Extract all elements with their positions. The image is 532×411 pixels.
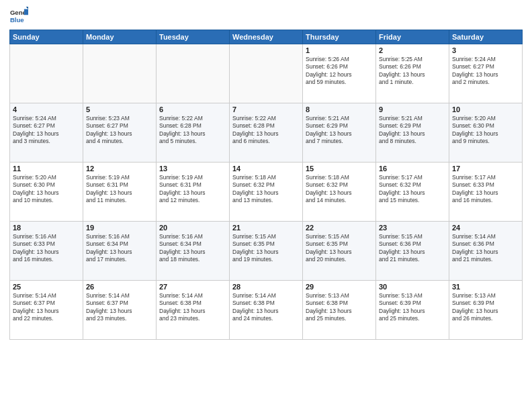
day-info: Sunrise: 5:15 AM Sunset: 6:35 PM Dayligh… xyxy=(306,233,373,264)
weekday-header-monday: Monday xyxy=(83,30,157,44)
day-number: 26 xyxy=(86,283,153,291)
calendar-week-4: 18Sunrise: 5:16 AM Sunset: 6:33 PM Dayli… xyxy=(10,222,523,281)
day-info: Sunrise: 5:21 AM Sunset: 6:29 PM Dayligh… xyxy=(379,115,446,146)
day-info: Sunrise: 5:14 AM Sunset: 6:36 PM Dayligh… xyxy=(452,233,519,264)
calendar-cell: 14Sunrise: 5:18 AM Sunset: 6:32 PM Dayli… xyxy=(230,163,303,222)
day-number: 27 xyxy=(159,283,226,291)
calendar-cell: 23Sunrise: 5:15 AM Sunset: 6:36 PM Dayli… xyxy=(376,222,449,281)
day-number: 5 xyxy=(86,105,153,113)
calendar-cell: 4Sunrise: 5:24 AM Sunset: 6:27 PM Daylig… xyxy=(10,103,83,163)
day-info: Sunrise: 5:13 AM Sunset: 6:38 PM Dayligh… xyxy=(306,292,373,323)
calendar-cell: 29Sunrise: 5:13 AM Sunset: 6:38 PM Dayli… xyxy=(303,281,376,340)
logo: General Blue xyxy=(9,7,28,26)
day-number: 28 xyxy=(232,283,300,291)
calendar-cell: 2Sunrise: 5:25 AM Sunset: 6:26 PM Daylig… xyxy=(376,44,449,103)
calendar-week-1: 1Sunrise: 5:26 AM Sunset: 6:26 PM Daylig… xyxy=(10,44,523,103)
day-number: 19 xyxy=(86,224,153,232)
weekday-header-tuesday: Tuesday xyxy=(157,30,230,44)
day-info: Sunrise: 5:18 AM Sunset: 6:32 PM Dayligh… xyxy=(306,174,373,205)
day-info: Sunrise: 5:18 AM Sunset: 6:32 PM Dayligh… xyxy=(232,174,300,205)
calendar-cell: 1Sunrise: 5:26 AM Sunset: 6:26 PM Daylig… xyxy=(303,44,376,103)
calendar-cell: 16Sunrise: 5:17 AM Sunset: 6:32 PM Dayli… xyxy=(376,163,449,222)
day-number: 7 xyxy=(232,105,300,113)
calendar-week-2: 4Sunrise: 5:24 AM Sunset: 6:27 PM Daylig… xyxy=(10,103,523,163)
calendar-cell: 17Sunrise: 5:17 AM Sunset: 6:33 PM Dayli… xyxy=(449,163,523,222)
day-number: 23 xyxy=(379,224,446,232)
calendar-cell xyxy=(83,44,157,103)
calendar-cell: 28Sunrise: 5:14 AM Sunset: 6:38 PM Dayli… xyxy=(230,281,303,340)
day-number: 21 xyxy=(232,224,300,232)
day-info: Sunrise: 5:15 AM Sunset: 6:36 PM Dayligh… xyxy=(379,233,446,264)
calendar-body: 1Sunrise: 5:26 AM Sunset: 6:26 PM Daylig… xyxy=(10,44,523,340)
day-info: Sunrise: 5:19 AM Sunset: 6:31 PM Dayligh… xyxy=(159,174,226,205)
weekday-header-sunday: Sunday xyxy=(10,30,83,44)
day-info: Sunrise: 5:13 AM Sunset: 6:39 PM Dayligh… xyxy=(452,292,519,323)
calendar-cell: 13Sunrise: 5:19 AM Sunset: 6:31 PM Dayli… xyxy=(157,163,230,222)
day-number: 24 xyxy=(452,224,519,232)
calendar-cell: 11Sunrise: 5:20 AM Sunset: 6:30 PM Dayli… xyxy=(10,163,83,222)
day-info: Sunrise: 5:14 AM Sunset: 6:38 PM Dayligh… xyxy=(159,292,226,323)
day-number: 9 xyxy=(379,105,446,113)
calendar-cell: 22Sunrise: 5:15 AM Sunset: 6:35 PM Dayli… xyxy=(303,222,376,281)
day-info: Sunrise: 5:15 AM Sunset: 6:35 PM Dayligh… xyxy=(232,233,300,264)
day-info: Sunrise: 5:16 AM Sunset: 6:34 PM Dayligh… xyxy=(86,233,153,264)
day-info: Sunrise: 5:16 AM Sunset: 6:34 PM Dayligh… xyxy=(159,233,226,264)
calendar-cell: 27Sunrise: 5:14 AM Sunset: 6:38 PM Dayli… xyxy=(157,281,230,340)
calendar-cell: 18Sunrise: 5:16 AM Sunset: 6:33 PM Dayli… xyxy=(10,222,83,281)
day-info: Sunrise: 5:24 AM Sunset: 6:27 PM Dayligh… xyxy=(452,56,519,87)
day-info: Sunrise: 5:24 AM Sunset: 6:27 PM Dayligh… xyxy=(13,115,80,146)
day-info: Sunrise: 5:14 AM Sunset: 6:37 PM Dayligh… xyxy=(86,292,153,323)
day-info: Sunrise: 5:14 AM Sunset: 6:38 PM Dayligh… xyxy=(232,292,300,323)
day-number: 29 xyxy=(306,283,373,291)
day-info: Sunrise: 5:20 AM Sunset: 6:30 PM Dayligh… xyxy=(13,174,80,205)
calendar-cell: 31Sunrise: 5:13 AM Sunset: 6:39 PM Dayli… xyxy=(449,281,523,340)
day-number: 4 xyxy=(13,105,80,113)
day-info: Sunrise: 5:14 AM Sunset: 6:37 PM Dayligh… xyxy=(13,292,80,323)
calendar-cell: 21Sunrise: 5:15 AM Sunset: 6:35 PM Dayli… xyxy=(230,222,303,281)
calendar-cell: 12Sunrise: 5:19 AM Sunset: 6:31 PM Dayli… xyxy=(83,163,157,222)
calendar-cell: 24Sunrise: 5:14 AM Sunset: 6:36 PM Dayli… xyxy=(449,222,523,281)
page-header: General Blue xyxy=(9,7,523,26)
calendar-cell: 5Sunrise: 5:23 AM Sunset: 6:27 PM Daylig… xyxy=(83,103,157,163)
day-info: Sunrise: 5:22 AM Sunset: 6:28 PM Dayligh… xyxy=(232,115,300,146)
day-number: 11 xyxy=(13,165,80,173)
day-number: 22 xyxy=(306,224,373,232)
weekday-header-wednesday: Wednesday xyxy=(230,30,303,44)
svg-text:Blue: Blue xyxy=(10,16,24,24)
calendar-cell xyxy=(230,44,303,103)
weekday-header-thursday: Thursday xyxy=(303,30,376,44)
calendar-week-3: 11Sunrise: 5:20 AM Sunset: 6:30 PM Dayli… xyxy=(10,163,523,222)
calendar-cell: 25Sunrise: 5:14 AM Sunset: 6:37 PM Dayli… xyxy=(10,281,83,340)
calendar-cell: 3Sunrise: 5:24 AM Sunset: 6:27 PM Daylig… xyxy=(449,44,523,103)
weekday-header-saturday: Saturday xyxy=(449,30,523,44)
day-number: 2 xyxy=(379,46,446,54)
calendar-cell: 8Sunrise: 5:21 AM Sunset: 6:29 PM Daylig… xyxy=(303,103,376,163)
day-number: 18 xyxy=(13,224,80,232)
day-number: 3 xyxy=(452,46,519,54)
day-info: Sunrise: 5:19 AM Sunset: 6:31 PM Dayligh… xyxy=(86,174,153,205)
svg-marker-2 xyxy=(24,9,28,15)
day-number: 16 xyxy=(379,165,446,173)
day-number: 12 xyxy=(86,165,153,173)
calendar-cell xyxy=(157,44,230,103)
calendar-cell: 20Sunrise: 5:16 AM Sunset: 6:34 PM Dayli… xyxy=(157,222,230,281)
calendar-cell: 7Sunrise: 5:22 AM Sunset: 6:28 PM Daylig… xyxy=(230,103,303,163)
day-info: Sunrise: 5:13 AM Sunset: 6:39 PM Dayligh… xyxy=(379,292,446,323)
day-info: Sunrise: 5:23 AM Sunset: 6:27 PM Dayligh… xyxy=(86,115,153,146)
day-number: 31 xyxy=(452,283,519,291)
day-info: Sunrise: 5:25 AM Sunset: 6:26 PM Dayligh… xyxy=(379,56,446,87)
calendar-cell: 30Sunrise: 5:13 AM Sunset: 6:39 PM Dayli… xyxy=(376,281,449,340)
day-number: 10 xyxy=(452,105,519,113)
weekday-header-friday: Friday xyxy=(376,30,449,44)
day-info: Sunrise: 5:26 AM Sunset: 6:26 PM Dayligh… xyxy=(306,56,373,87)
day-number: 6 xyxy=(159,105,226,113)
calendar-cell xyxy=(10,44,83,103)
calendar-table: SundayMondayTuesdayWednesdayThursdayFrid… xyxy=(9,30,523,340)
day-info: Sunrise: 5:17 AM Sunset: 6:33 PM Dayligh… xyxy=(452,174,519,205)
day-number: 25 xyxy=(13,283,80,291)
calendar-cell: 6Sunrise: 5:22 AM Sunset: 6:28 PM Daylig… xyxy=(157,103,230,163)
day-number: 1 xyxy=(306,46,373,54)
day-number: 20 xyxy=(159,224,226,232)
calendar-cell: 15Sunrise: 5:18 AM Sunset: 6:32 PM Dayli… xyxy=(303,163,376,222)
day-info: Sunrise: 5:21 AM Sunset: 6:29 PM Dayligh… xyxy=(306,115,373,146)
